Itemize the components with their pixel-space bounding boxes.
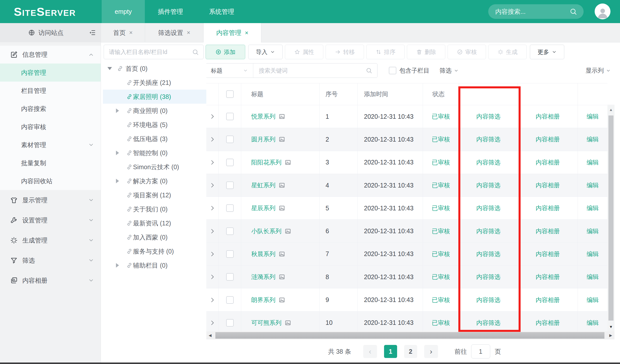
horizontal-scrollbar[interactable]: ◀ ▶	[206, 331, 614, 339]
close-icon[interactable]: ×	[187, 29, 190, 36]
topnav-item-插件管理[interactable]: 插件管理	[145, 0, 196, 23]
sidebar-item-内容相册[interactable]: 内容相册	[0, 270, 101, 290]
tab-内容管理[interactable]: 内容管理×	[204, 23, 261, 42]
content-filter-link[interactable]: 内容筛选	[476, 296, 501, 304]
content-filter-link[interactable]: 内容筛选	[476, 319, 501, 327]
edit-link[interactable]: 编辑	[587, 158, 599, 166]
content-album-link[interactable]: 内容相册	[536, 319, 560, 327]
topnav-item-系统管理[interactable]: 系统管理	[196, 0, 247, 23]
expand-icon[interactable]	[209, 136, 216, 143]
content-album-link[interactable]: 内容相册	[536, 227, 560, 235]
sidebar-item-批量复制[interactable]: 批量复制	[0, 154, 101, 172]
tree-item-服务与支持[interactable]: 服务与支持 (0)	[103, 244, 206, 258]
content-title-link[interactable]: 悦景系列	[251, 112, 275, 120]
scroll-up-arrow-icon[interactable]: ▲	[607, 105, 614, 114]
content-filter-link[interactable]: 内容筛选	[476, 135, 501, 143]
tree-item-开关插座[interactable]: 开关插座 (21)	[103, 76, 206, 90]
content-title-link[interactable]: 秋晨系列	[251, 250, 275, 258]
tree-item-智能控制[interactable]: 智能控制 (0)	[103, 146, 206, 160]
scroll-left-arrow-icon[interactable]: ◀	[206, 331, 214, 339]
more-button[interactable]: 更多	[530, 45, 564, 59]
content-filter-link[interactable]: 内容筛选	[476, 250, 501, 258]
channel-search-input[interactable]	[108, 48, 192, 56]
scroll-down-arrow-icon[interactable]: ▼	[607, 322, 614, 331]
display-columns-dropdown[interactable]: 显示列	[586, 67, 611, 75]
sidebar-item-内容审核[interactable]: 内容审核	[0, 118, 101, 136]
tree-item-环境电器[interactable]: 环境电器 (5)	[103, 118, 206, 132]
search-icon[interactable]	[366, 67, 372, 74]
sidebar-item-信息管理[interactable]: 信息管理	[0, 46, 101, 64]
content-title-link[interactable]: 涟漪系列	[251, 273, 275, 281]
sort-button[interactable]: 排序	[366, 45, 405, 59]
row-checkbox[interactable]	[226, 159, 234, 166]
row-checkbox[interactable]	[226, 136, 234, 143]
transfer-button[interactable]: 转移	[326, 45, 364, 59]
global-search[interactable]	[488, 4, 584, 19]
next-page-button[interactable]: ›	[424, 345, 438, 358]
tree-item-首页[interactable]: 首页 (0)	[103, 62, 206, 76]
sidebar-item-栏目管理[interactable]: 栏目管理	[0, 82, 101, 100]
add-button[interactable]: 添加	[206, 45, 245, 59]
edit-link[interactable]: 编辑	[587, 296, 599, 304]
audit-button[interactable]: 审核	[448, 45, 486, 59]
edit-link[interactable]: 编辑	[587, 227, 599, 235]
status-link[interactable]: 已审核	[432, 135, 450, 143]
status-link[interactable]: 已审核	[432, 227, 450, 235]
expand-icon[interactable]	[209, 182, 216, 189]
edit-link[interactable]: 编辑	[587, 250, 599, 258]
content-title-link[interactable]: 圆月系列	[251, 135, 275, 143]
caret-right-icon[interactable]	[116, 151, 119, 155]
status-link[interactable]: 已审核	[432, 204, 450, 212]
content-filter-link[interactable]: 内容筛选	[476, 181, 501, 189]
status-link[interactable]: 已审核	[432, 158, 450, 166]
content-album-link[interactable]: 内容相册	[536, 112, 560, 120]
content-title-link[interactable]: 阳阳花系列	[251, 158, 281, 166]
tree-item-家居照明[interactable]: 家居照明 (38)	[103, 90, 206, 104]
horizontal-scrollbar-thumb[interactable]	[215, 332, 604, 339]
content-album-link[interactable]: 内容相册	[536, 273, 560, 281]
sidebar-item-筛选[interactable]: 筛选	[0, 250, 101, 270]
content-album-link[interactable]: 内容相册	[536, 135, 560, 143]
status-link[interactable]: 已审核	[432, 319, 450, 327]
tree-item-最新资讯[interactable]: 最新资讯 (12)	[103, 216, 206, 230]
generate-button[interactable]: 生成	[488, 45, 527, 59]
content-album-link[interactable]: 内容相册	[536, 296, 560, 304]
page-button-1[interactable]: 1	[384, 345, 397, 358]
row-checkbox[interactable]	[226, 319, 234, 327]
field-select[interactable]: 标题	[206, 64, 253, 78]
sidebar-item-显示管理[interactable]: 显示管理	[0, 190, 101, 210]
expand-icon[interactable]	[209, 251, 216, 257]
status-link[interactable]: 已审核	[432, 273, 450, 281]
sidebar-item-生成管理[interactable]: 生成管理	[0, 230, 101, 250]
attributes-button[interactable]: 属性	[285, 45, 323, 59]
close-icon[interactable]: ×	[129, 29, 133, 36]
content-title-link[interactable]: 小队长系列	[251, 227, 281, 235]
sidebar-item-内容搜索[interactable]: 内容搜索	[0, 100, 101, 118]
content-album-link[interactable]: 内容相册	[536, 250, 560, 258]
edit-link[interactable]: 编辑	[587, 273, 599, 281]
tab-筛选设置[interactable]: 筛选设置×	[145, 23, 204, 42]
search-icon[interactable]	[570, 8, 577, 15]
caret-right-icon[interactable]	[116, 108, 119, 113]
content-filter-link[interactable]: 内容筛选	[476, 273, 501, 281]
sidebar-item-素材管理[interactable]: 素材管理	[0, 136, 101, 154]
tree-item-低压电器[interactable]: 低压电器 (3)	[103, 132, 206, 146]
keyword-input[interactable]	[258, 67, 366, 74]
close-icon[interactable]: ×	[245, 29, 248, 36]
content-title-link[interactable]: 可可熊系列	[251, 319, 281, 327]
status-link[interactable]: 已审核	[432, 112, 450, 120]
content-album-link[interactable]: 内容相册	[536, 181, 560, 189]
content-title-link[interactable]: 朗界系列	[251, 296, 275, 304]
edit-link[interactable]: 编辑	[587, 112, 599, 120]
tree-item-关于我们[interactable]: 关于我们 (0)	[103, 202, 206, 216]
status-link[interactable]: 已审核	[432, 296, 450, 304]
content-filter-link[interactable]: 内容筛选	[476, 158, 501, 166]
topnav-item-empty[interactable]: empty	[102, 0, 145, 23]
sidebar-item-内容管理[interactable]: 内容管理	[0, 64, 101, 82]
prev-page-button[interactable]: ‹	[363, 345, 377, 358]
vertical-scrollbar-thumb[interactable]	[608, 115, 613, 321]
caret-down-icon[interactable]	[107, 67, 112, 70]
expand-icon[interactable]	[209, 205, 216, 211]
row-checkbox[interactable]	[226, 204, 234, 212]
content-title-link[interactable]: 星辰系列	[251, 204, 275, 212]
